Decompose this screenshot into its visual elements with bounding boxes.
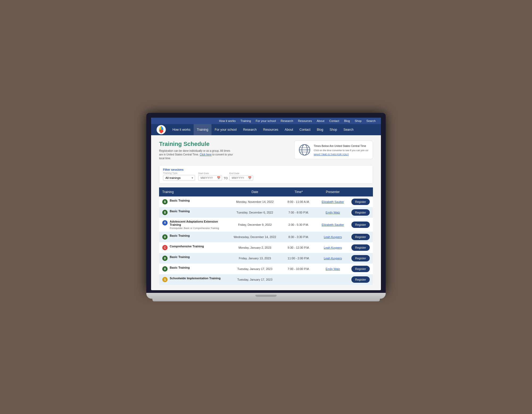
nav-for-your-school[interactable]: For your school	[256, 119, 276, 122]
register-button-5[interactable]: Register	[351, 255, 370, 261]
nav-contact[interactable]: Contact	[329, 119, 339, 122]
date-cell-6: Tuesday, January 17, 2023	[230, 264, 280, 274]
filter-label: Filter sessions	[163, 168, 195, 171]
nav-resources[interactable]: Resources	[298, 119, 312, 122]
training-type-badge: B	[162, 210, 168, 215]
date-cell-3: Wednesday, December 14, 2022	[230, 232, 280, 242]
top-nav-bar: How it works Training For your school Re…	[151, 118, 381, 124]
training-name-cell: SSchoolwide Implementation Training	[162, 277, 227, 282]
nav-how-it-works[interactable]: How it works	[219, 119, 236, 122]
nav-main-research[interactable]: Research	[240, 124, 260, 135]
training-cell-5: BBasic Training	[159, 253, 230, 264]
timezone-label: Times Below Are United States Central Ti…	[314, 144, 368, 148]
training-name-group: Basic Training	[170, 266, 190, 269]
presenter-cell-5: Leah Kuypers	[317, 253, 348, 264]
time-cell-6: 7:00 - 10:00 P.M.	[280, 264, 317, 274]
date-cell-5: Friday, January 13, 2023	[230, 253, 280, 264]
nav-main-how-it-works[interactable]: How it works	[169, 124, 194, 135]
page-subtitle: Registration can be done individually or…	[159, 149, 234, 160]
training-type-badge: B	[162, 266, 168, 272]
nav-main-contact[interactable]: Contact	[296, 124, 314, 135]
presenter-link-2[interactable]: Elizabeth Sautter	[322, 223, 344, 226]
table-row: BBasic TrainingFriday, January 13, 20231…	[159, 253, 373, 264]
start-date-label: Start Date	[198, 172, 222, 175]
table-row: BBasic TrainingWednesday, December 14, 2…	[159, 232, 373, 242]
date-cell-1: Tuesday, December 6, 2022	[230, 207, 280, 218]
register-cell-5: Register	[348, 253, 373, 264]
presenter-link-1[interactable]: Emily Walz	[326, 211, 340, 214]
training-name-group: Basic Training	[170, 210, 190, 213]
laptop-bottom	[152, 299, 380, 301]
register-cell-2: Register	[348, 218, 373, 232]
training-type-badge: C	[162, 245, 168, 250]
training-type-badge: B	[162, 256, 168, 261]
start-date-calendar-icon[interactable]: 📅	[217, 176, 221, 180]
nav-shop[interactable]: Shop	[355, 119, 361, 122]
date-to-separator: TO	[224, 177, 228, 181]
table-row: SSchoolwide Implementation TrainingTuesd…	[159, 274, 373, 285]
date-cell-0: Monday, November 14, 2022	[230, 196, 280, 207]
training-name-group: Adolescent Adaptations Extension Trainin…	[170, 220, 227, 229]
main-content-area: Training Schedule Registration can be do…	[151, 135, 381, 290]
nav-blog[interactable]: Blog	[344, 119, 350, 122]
register-button-0[interactable]: Register	[351, 199, 370, 205]
filter-section: Filter sessions Training Type All traini…	[159, 165, 373, 184]
laptop-notch	[255, 295, 277, 297]
nav-main-shop[interactable]: Shop	[326, 124, 340, 135]
training-cell-6: BBasic Training	[159, 264, 230, 274]
filter-group: Filter sessions Training Type All traini…	[163, 168, 195, 181]
training-name-cell: BBasic Training	[162, 234, 227, 240]
training-type-select[interactable]: All trainings	[163, 175, 195, 181]
presenter-link-4[interactable]: Leah Kuypers	[324, 246, 342, 249]
register-button-2[interactable]: Register	[351, 222, 370, 228]
register-button-4[interactable]: Register	[351, 244, 370, 251]
nav-main-training[interactable]: Training	[194, 124, 211, 135]
training-name-group: Basic Training	[170, 234, 190, 237]
training-name-group: Basic Training	[170, 255, 190, 259]
register-button-3[interactable]: Register	[351, 234, 370, 240]
presenter-cell-0: Elizabeth Sautter	[317, 196, 348, 207]
end-date-calendar-icon[interactable]: 📅	[248, 176, 252, 180]
page-title: Training Schedule	[159, 141, 289, 147]
training-name-text: Basic Training	[170, 199, 190, 202]
presenter-cell-3: Leah Kuypers	[317, 232, 348, 242]
training-type-badge: B	[162, 234, 168, 240]
time-cell-2: 2:30 - 5:30 P.M.	[280, 218, 317, 232]
main-nav-bar: How it works Training For your school Re…	[151, 124, 381, 135]
nav-main-for-your-school[interactable]: For your school	[211, 124, 240, 135]
register-button-6[interactable]: Register	[351, 266, 370, 272]
nav-main-blog[interactable]: Blog	[314, 124, 326, 135]
laptop-container: How it works Training For your school Re…	[146, 113, 386, 301]
nav-search[interactable]: Search	[366, 119, 376, 122]
presenter-link-0[interactable]: Elizabeth Sautter	[322, 200, 344, 203]
nav-main-search[interactable]: Search	[340, 124, 357, 135]
register-button-7[interactable]: Register	[351, 276, 370, 283]
training-cell-4: CComprehensive Training	[159, 242, 230, 253]
nav-training[interactable]: Training	[240, 119, 251, 122]
table-row: BBasic TrainingMonday, November 14, 2022…	[159, 196, 373, 207]
register-cell-6: Register	[348, 264, 373, 274]
presenter-link-3[interactable]: Leah Kuypers	[324, 235, 342, 239]
nav-main-about[interactable]: About	[281, 124, 296, 135]
presenter-link-6[interactable]: Emily Walz	[326, 267, 340, 270]
click-here-link[interactable]: Click here	[200, 153, 211, 156]
presenter-link-5[interactable]: Leah Kuypers	[324, 257, 342, 260]
training-type-badge: A	[162, 220, 168, 226]
training-name-text: Basic Training	[170, 210, 190, 213]
nav-research[interactable]: Research	[281, 119, 293, 122]
nav-about[interactable]: About	[317, 119, 325, 122]
screen-content: How it works Training For your school Re…	[151, 118, 381, 290]
site-logo[interactable]	[156, 125, 166, 134]
nav-main-resources[interactable]: Resources	[260, 124, 281, 135]
training-cell-7: SSchoolwide Implementation Training	[159, 274, 230, 285]
col-header-time: Time*	[280, 187, 317, 196]
register-button-1[interactable]: Register	[351, 209, 370, 216]
col-header-training: Training	[159, 187, 230, 196]
training-cell-1: BBasic Training	[159, 207, 230, 218]
presenter-cell-7	[317, 274, 348, 285]
training-name-group: Basic Training	[170, 199, 190, 202]
date-range-group: Start Date 📅 TO End Date 📅	[198, 172, 253, 181]
time-cell-0: 8:00 - 11:00 A.M.	[280, 196, 317, 207]
time-cell-1: 7:00 - 8:00 P.M.	[280, 207, 317, 218]
timezone-link[interactable]: WHAT TIME IS THIS FOR YOU?	[314, 153, 368, 156]
